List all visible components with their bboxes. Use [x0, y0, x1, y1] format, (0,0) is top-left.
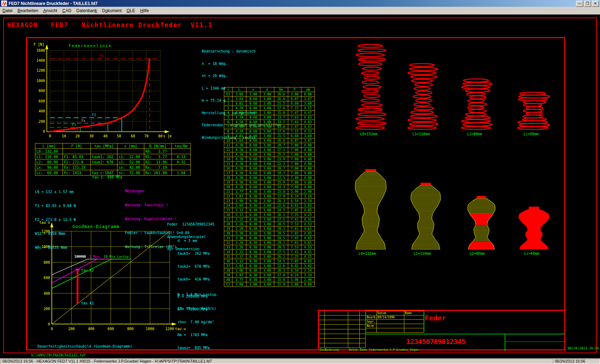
table-cell: 7.05 — [288, 208, 301, 213]
table-cell: 26.6 — [274, 92, 288, 97]
company-name: Federnwerke J.P.Grueber Hagen — [369, 348, 419, 352]
table-cell: 3.00 — [260, 264, 274, 268]
table-cell: 29.5 — [274, 236, 288, 241]
table-cell: sc: 72.00 — [118, 170, 144, 176]
table-row: 272.220.303.0027.57.414.41 — [224, 217, 315, 222]
table-cell: 27.5 — [274, 217, 288, 222]
table-cell: 4.00 — [301, 180, 315, 185]
table-cell: 0.60 — [246, 111, 260, 115]
table-row: 184.200.603.0017.57.004.00 — [224, 176, 315, 180]
svg-text:1000: 1000 — [41, 245, 50, 249]
table-cell: 6.54 — [288, 199, 301, 203]
table-cell: s2: 52.00 — [118, 160, 144, 165]
menu-ansicht[interactable]: Ansicht — [41, 7, 60, 14]
table-cell: 0.30 — [246, 203, 260, 208]
table-cell: 3.00 — [260, 259, 274, 264]
status-text: 06/26/2013 16:56 - HEXAGON FED7 V11.1 #0… — [1, 359, 554, 364]
column-header: tau/Rm — [172, 143, 191, 149]
table-cell — [366, 311, 376, 315]
table-cell: 7.53 — [288, 222, 301, 227]
result-line: F1 = 83.03 ± 9.68 N — [35, 203, 76, 208]
menu-dokument[interactable]: Dokument — [100, 7, 124, 14]
table-cell: 3.00 — [260, 171, 274, 176]
svg-text:0: 0 — [43, 130, 45, 133]
svg-text:1400: 1400 — [36, 59, 45, 62]
y-axis-label: F [N] — [34, 42, 44, 46]
table-cell: 26.6 — [274, 138, 288, 143]
table-cell: 3.00 — [260, 236, 274, 241]
menu-cad[interactable]: CAD — [60, 7, 74, 14]
menu-bearbeiten[interactable]: Bearbeiten — [15, 7, 41, 14]
minimize-button[interactable]: — — [576, 1, 583, 7]
table-row: L0: 132.00R0: 3.77 — [35, 149, 191, 154]
svg-text:30: 30 — [89, 134, 94, 138]
table-cell: 7.00 — [288, 166, 301, 171]
menu-ole[interactable]: OLE — [124, 7, 138, 14]
maximize-button[interactable]: ❒ — [584, 1, 591, 7]
table-row: 252.120.303.0024.57.054.05 — [224, 208, 315, 213]
table-cell: 0.60 — [246, 138, 260, 143]
table-cell: 5.90 — [288, 189, 301, 194]
chart-title: Federkennlinie — [69, 44, 112, 48]
table-cell: 0.30 — [246, 250, 260, 254]
table-row: 231.960.303.0020.36.543.54 — [224, 199, 315, 203]
table-cell: 3.00 — [260, 125, 274, 129]
table-cell: 09/14/1996 — [376, 315, 404, 320]
table-cell: 26.6 — [274, 97, 288, 101]
table-cell: 0.30 — [246, 278, 260, 282]
table-cell: 3.00 — [260, 250, 274, 254]
table-cell: 6.68 — [288, 101, 301, 106]
table-cell: 3 — [224, 106, 232, 111]
table-row: 391.870.303.0017.86.243.24 — [224, 273, 315, 278]
table-cell: 4.47 — [301, 125, 315, 129]
table-cell: 20.3 — [274, 199, 288, 203]
table-cell: 2.17 — [232, 254, 246, 259]
table-cell: 15.0 — [274, 111, 288, 115]
table-row: 381.960.303.0020.36.543.54 — [224, 268, 315, 273]
table-cell: 4.48 — [232, 125, 246, 129]
table-row: 44.480.603.0015.07.474.47 — [224, 111, 315, 115]
table-cell: 1.77 — [232, 189, 246, 194]
table-cell: 4.20 — [232, 162, 246, 166]
table-cell: 24.5 — [274, 259, 288, 264]
table-cell: 4.20 — [232, 148, 246, 152]
x-tick-labels: 0200 400600 8001000 1200 — [51, 327, 174, 331]
table-cell: 5 — [224, 115, 232, 120]
table-cell: 3.00 — [260, 157, 274, 162]
goodman-chart: tau o Goodman-Diagramm 100000 1 Mio. 10 … — [36, 212, 189, 335]
table-cell: Bearb. — [366, 315, 376, 320]
table-row: Bearb.09/14/1996 — [366, 315, 424, 320]
spring-section-label-lc: Lc=60mm — [524, 252, 539, 256]
table-cell: 0.60 — [246, 180, 260, 185]
table-row: 24.010.603.0021.56.683.68 — [224, 101, 315, 106]
table-cell: 4.63 — [301, 120, 315, 125]
table-row: 144.200.603.0023.97.004.00 — [224, 157, 315, 162]
goodman-line-100000 — [52, 259, 109, 275]
table-cell — [63, 149, 91, 154]
title-block-grid-col — [319, 311, 325, 348]
datum-label: Datum — [349, 348, 358, 352]
table-cell: 4 — [224, 111, 232, 115]
table-cell — [404, 315, 424, 320]
material-line: rho= 7.90 kg/dm³ — [178, 320, 214, 324]
table-cell: 4.61 — [301, 241, 315, 245]
table-row: 302.300.303.0029.57.654.65 — [224, 231, 315, 236]
table-row: 322.280.303.0029.17.614.61 — [224, 241, 315, 245]
menu-hilfe[interactable]: Hilfe — [138, 7, 151, 14]
table-cell: 16 — [224, 166, 232, 171]
table-cell: 3.00 — [260, 254, 274, 259]
close-button[interactable]: ✕ — [592, 1, 599, 7]
table-row: Lx: 90.00Fx: 171.23sx: 42.00Rx: 7.19 — [35, 165, 191, 170]
table-cell: 2.28 — [232, 241, 246, 245]
column-header: Dm — [274, 87, 288, 92]
header-row: L [mm]F [N]tau [MPa]s [mm]R [N/mm]tau/Rm — [35, 143, 191, 149]
menu-datei[interactable]: Datei — [0, 7, 15, 14]
table-cell: 0.30 — [246, 254, 260, 259]
menu-datenbank[interactable]: Datenbank — [74, 7, 100, 14]
table-cell: 6.07 — [288, 97, 301, 101]
table-cell: 15.9 — [274, 180, 288, 185]
table-cell: 0.00 — [301, 92, 315, 97]
table-cell: 7.65 — [288, 236, 301, 241]
table-cell: 7.00 — [288, 171, 301, 176]
table-row: Lc: 60.00Fc: 1433tau c:1847sc: 72.00Rc: … — [35, 170, 191, 176]
